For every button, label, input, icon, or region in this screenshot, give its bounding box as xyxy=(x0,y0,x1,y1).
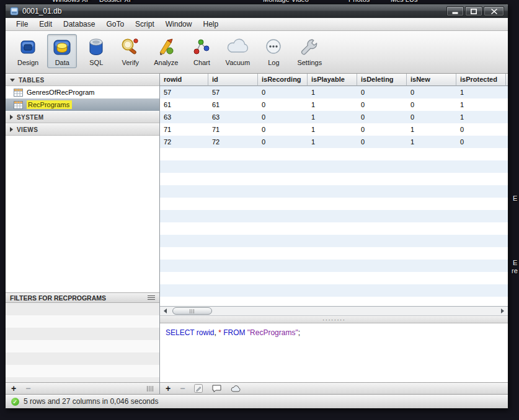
table-cell[interactable]: 57 xyxy=(208,86,258,98)
column-header-isdeleting[interactable]: isDeleting xyxy=(357,74,407,86)
table-cell[interactable]: 0 xyxy=(357,136,407,148)
toolbar-button-chart[interactable]: Chart xyxy=(187,34,216,68)
table-cell[interactable]: 0 xyxy=(258,136,308,148)
table-cell[interactable]: 0 xyxy=(258,111,308,123)
table-cell[interactable]: 72 xyxy=(160,136,208,148)
toolbar-button-analyze[interactable]: Analyze xyxy=(149,34,182,68)
sidebar-section-views[interactable]: VIEWS xyxy=(6,123,159,136)
close-button[interactable] xyxy=(484,6,504,16)
table-row[interactable]: 636301001 xyxy=(160,111,508,123)
table-cell[interactable]: 1 xyxy=(456,98,506,111)
toolbar-button-settings[interactable]: Settings xyxy=(293,34,326,68)
table-cell[interactable]: 1 xyxy=(308,136,357,148)
menu-edit[interactable]: Edit xyxy=(33,19,58,30)
table-cell[interactable]: 1 xyxy=(456,111,506,123)
sql-token-keyword: rowid xyxy=(194,328,214,337)
table-cell[interactable]: 1 xyxy=(407,136,456,148)
maximize-button[interactable] xyxy=(465,6,482,16)
scroll-left-button[interactable] xyxy=(160,307,171,315)
thumb-grip-icon xyxy=(190,309,195,313)
table-row[interactable]: 575701001 xyxy=(160,86,508,98)
table-cell[interactable]: 72 xyxy=(208,136,258,148)
filters-menu-icon[interactable] xyxy=(148,295,155,300)
table-cell[interactable]: 0 xyxy=(258,86,308,98)
menu-file[interactable]: File xyxy=(11,19,33,30)
sidebar-item-recprograms[interactable]: RecPrograms xyxy=(6,98,159,111)
table-cell[interactable]: 63 xyxy=(208,111,258,123)
comment-button[interactable] xyxy=(212,385,221,393)
design-icon xyxy=(17,37,38,58)
table-cell[interactable]: 57 xyxy=(160,86,208,98)
menu-database[interactable]: Database xyxy=(58,19,100,30)
window-titlebar[interactable]: 0001_01.db xyxy=(6,4,508,18)
table-cell[interactable]: 0 xyxy=(258,98,308,111)
sidebar-item-genresofrecprogram[interactable]: GenresOfRecProgram xyxy=(6,86,159,98)
column-header-isprotected[interactable]: isProtected xyxy=(456,74,506,86)
table-cell[interactable]: 61 xyxy=(208,98,258,111)
table-row[interactable]: 616101001 xyxy=(160,98,508,111)
table-cell[interactable]: 61 xyxy=(160,98,208,111)
minimize-button[interactable] xyxy=(446,6,464,16)
table-cell[interactable]: 0 xyxy=(407,86,456,98)
add-table-button[interactable]: + xyxy=(11,383,16,393)
column-header-isplayable[interactable]: isPlayable xyxy=(308,74,357,86)
sidebar-section-tables[interactable]: TABLES xyxy=(6,74,159,86)
edit-cell-button[interactable] xyxy=(194,384,203,393)
column-header-isnew[interactable]: isNew xyxy=(407,74,456,86)
table-cell[interactable]: 1 xyxy=(308,86,357,98)
splitter-handle-icon: ········ xyxy=(322,318,345,322)
table-row[interactable]: 727201010 xyxy=(160,136,508,148)
desktop-icon-label: Dossier XP xyxy=(99,0,133,3)
column-header-id[interactable]: id xyxy=(208,74,258,86)
table-cell[interactable]: 63 xyxy=(160,111,208,123)
scrollbar-thumb[interactable] xyxy=(172,307,212,315)
resize-grip-icon[interactable] xyxy=(147,386,154,392)
table-cell[interactable]: 0 xyxy=(357,86,407,98)
cloud-sync-button[interactable] xyxy=(231,385,241,392)
menu-help[interactable]: Help xyxy=(197,19,224,30)
scroll-right-button[interactable] xyxy=(497,307,508,315)
table-cell[interactable]: 0 xyxy=(407,98,456,111)
column-header-isrecording[interactable]: isRecording xyxy=(258,74,308,86)
table-cell[interactable]: 0 xyxy=(357,123,407,136)
toolbar-button-design[interactable]: Design xyxy=(13,34,43,68)
toolbar-button-verify[interactable]: Verify xyxy=(115,34,145,68)
main-toolbar: DesignDataSQLVerifyAnalyzeChartVacuumLog… xyxy=(6,31,508,74)
add-row-button[interactable]: + xyxy=(166,383,171,393)
menu-script[interactable]: Script xyxy=(130,19,160,30)
menu-window[interactable]: Window xyxy=(160,19,198,30)
log-icon xyxy=(263,37,284,58)
toolbar-button-vacuum[interactable]: Vacuum xyxy=(221,34,254,68)
table-cell[interactable]: 0 xyxy=(357,98,407,111)
column-header-rowid[interactable]: rowid xyxy=(160,74,208,86)
horizontal-scrollbar[interactable] xyxy=(160,306,508,316)
table-cell[interactable]: 0 xyxy=(357,111,407,123)
table-cell[interactable]: 1 xyxy=(308,123,357,136)
toolbar-button-log[interactable]: Log xyxy=(259,34,288,68)
toolbar-button-sql[interactable]: SQL xyxy=(81,34,111,68)
table-cell[interactable]: 1 xyxy=(407,123,456,136)
table-cell[interactable]: 0 xyxy=(456,136,506,148)
toolbar-button-label: Verify xyxy=(122,59,139,66)
table-cell[interactable]: 0 xyxy=(456,123,506,136)
toolbar-button-data[interactable]: Data xyxy=(47,34,77,68)
status-bar: 5 rows and 27 columns in 0,046 seconds xyxy=(6,394,508,408)
table-cell[interactable]: 71 xyxy=(160,123,208,136)
table-row[interactable]: 717101010 xyxy=(160,123,508,136)
window-title: 0001_01.db xyxy=(22,7,61,15)
table-cell[interactable]: 0 xyxy=(407,111,456,123)
table-cell[interactable]: 0 xyxy=(258,123,308,136)
sql-editor[interactable]: SELECT rowid, * FROM "RecPrograms"; xyxy=(160,323,508,382)
table-cell[interactable]: 1 xyxy=(308,98,357,111)
success-check-icon xyxy=(11,398,19,406)
table-cell[interactable]: 1 xyxy=(308,111,357,123)
pane-splitter[interactable]: ········ xyxy=(160,316,508,323)
menu-goto[interactable]: GoTo xyxy=(100,19,130,30)
sidebar-section-system[interactable]: SYSTEM xyxy=(6,111,159,123)
delete-row-button[interactable]: − xyxy=(180,383,185,393)
remove-table-button[interactable]: − xyxy=(25,383,30,393)
right-arrow-icon xyxy=(501,308,504,313)
status-message: 5 rows and 27 columns in 0,046 seconds xyxy=(24,397,158,406)
table-cell[interactable]: 1 xyxy=(456,86,506,98)
table-cell[interactable]: 71 xyxy=(208,123,258,136)
